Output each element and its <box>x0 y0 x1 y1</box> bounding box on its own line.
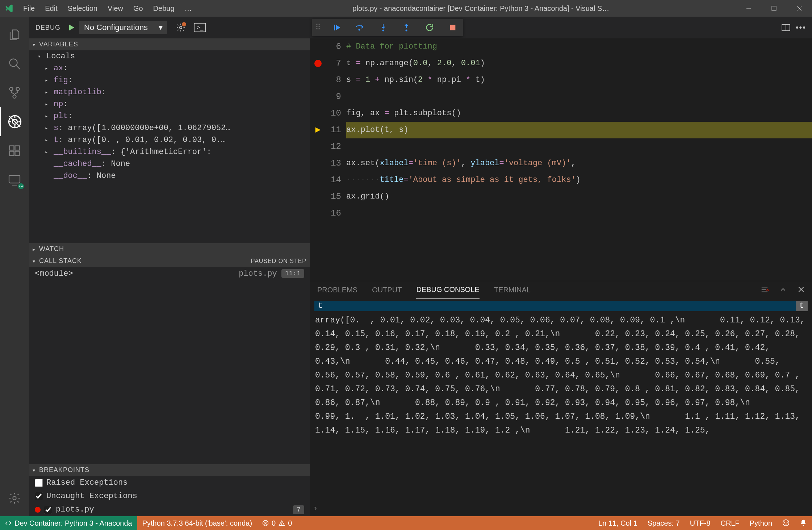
svg-rect-1 <box>772 6 776 11</box>
debug-config-label: No Configurations <box>84 23 148 32</box>
step-over-button[interactable] <box>353 19 367 36</box>
debug-console-prompt[interactable]: › <box>310 501 812 516</box>
callstack-frame[interactable]: <module> plots.py 11:1 <box>29 267 310 464</box>
menu-view[interactable]: View <box>102 0 128 17</box>
status-language-label: Python <box>750 519 772 527</box>
current-line-icon: ▶ <box>315 122 321 138</box>
maximize-button[interactable] <box>761 0 787 17</box>
svg-rect-19 <box>15 151 20 156</box>
title-bar: File Edit Selection View Go Debug … plot… <box>0 0 812 17</box>
svg-point-22 <box>13 497 16 500</box>
bp-checkbox[interactable] <box>44 506 52 514</box>
variable-row[interactable]: ▸fig: <box>29 74 310 86</box>
tab-problems[interactable]: PROBLEMS <box>317 281 357 299</box>
tab-terminal[interactable]: TERMINAL <box>494 281 531 299</box>
continue-button[interactable] <box>330 19 344 36</box>
variable-row[interactable]: ▸t: array([0. , 0.01, 0.02, 0.03, 0.… <box>29 134 310 146</box>
svg-point-44 <box>783 519 789 526</box>
editor-area: ⠿ ••• ▶ 678910111213141516 # Data for pl… <box>310 17 812 516</box>
extensions-tab[interactable] <box>0 136 29 165</box>
locals-scope[interactable]: ▾Locals <box>29 50 310 62</box>
restart-button[interactable] <box>422 19 437 36</box>
debug-console-input-echo: t t <box>314 301 808 311</box>
variables-body: ▾Locals ▸ax: ▸fig: ▸matplotlib: ▸np: ▸pl… <box>29 50 310 243</box>
bp-checkbox[interactable] <box>35 492 43 500</box>
breakpoints-section-header[interactable]: ▾BREAKPOINTS <box>29 464 310 476</box>
watch-section-header[interactable]: ▸WATCH <box>29 243 310 255</box>
editor-toolbar: ⠿ ••• <box>310 17 812 38</box>
status-python[interactable]: Python 3.7.3 64-bit ('base': conda) <box>137 516 257 530</box>
status-position[interactable]: Ln 11, Col 1 <box>593 519 643 527</box>
debug-console-toggle-icon[interactable]: >_ <box>194 23 206 32</box>
svg-rect-20 <box>9 175 20 183</box>
callstack-section-header[interactable]: ▾CALL STACK PAUSED ON STEP <box>29 255 310 267</box>
start-debug-button[interactable] <box>67 23 76 32</box>
status-problems[interactable]: 0 0 <box>257 516 297 530</box>
bp-checkbox[interactable] <box>35 479 43 487</box>
status-encoding[interactable]: UTF-8 <box>685 519 716 527</box>
status-feedback-icon[interactable] <box>777 519 795 526</box>
status-spaces[interactable]: Spaces: 7 <box>643 519 685 527</box>
svg-point-45 <box>784 522 785 522</box>
search-tab[interactable] <box>0 49 29 78</box>
drag-grip-icon[interactable]: ⠿ <box>315 23 321 32</box>
tab-output[interactable]: OUTPUT <box>372 281 402 299</box>
status-warnings: 0 <box>288 519 292 527</box>
code-editor[interactable]: ▶ 678910111213141516 # Data for plotting… <box>310 38 812 281</box>
source-control-tab[interactable] <box>0 78 29 107</box>
menu-edit[interactable]: Edit <box>40 0 62 17</box>
status-language[interactable]: Python <box>745 519 777 527</box>
svg-point-26 <box>382 30 384 32</box>
bp-uncaught-exceptions[interactable]: Uncaught Exceptions <box>29 489 310 503</box>
locals-label: Locals <box>46 52 75 61</box>
step-into-button[interactable] <box>376 19 390 36</box>
debug-console-output: array([0. , 0.01, 0.02, 0.03, 0.04, 0.05… <box>314 311 808 439</box>
settings-gear-icon[interactable] <box>0 484 29 513</box>
menu-file[interactable]: File <box>18 0 40 17</box>
bp-file[interactable]: plots.py 7 <box>29 503 310 516</box>
panel-close-button[interactable] <box>798 286 805 294</box>
variable-row[interactable]: ▸np: <box>29 98 310 110</box>
close-button[interactable] <box>787 0 812 17</box>
stop-button[interactable] <box>445 19 460 36</box>
status-remote[interactable]: Dev Container: Python 3 - Anaconda <box>0 516 137 530</box>
variable-row[interactable]: __doc__: None <box>29 170 310 182</box>
debug-config-dropdown[interactable]: No Configurations ▾ <box>79 21 167 34</box>
more-actions-button[interactable]: ••• <box>796 23 806 32</box>
minimize-button[interactable] <box>736 0 761 17</box>
panel-maximize-button[interactable] <box>779 286 787 294</box>
menu-selection[interactable]: Selection <box>63 0 102 17</box>
variables-section-header[interactable]: ▾VARIABLES <box>29 38 310 50</box>
variable-row[interactable]: ▸ax: <box>29 62 310 74</box>
debug-tab[interactable] <box>0 107 29 136</box>
breakpoint-dot-icon[interactable] <box>314 60 322 67</box>
variable-row[interactable]: ▸matplotlib: <box>29 86 310 98</box>
clear-console-button[interactable] <box>761 286 769 294</box>
variable-row[interactable]: ▸s: array([1.00000000e+00, 1.06279052… <box>29 122 310 134</box>
variable-row[interactable]: ▸__builtins__: {'ArithmeticError': <box>29 146 310 158</box>
bp-raised-exceptions[interactable]: Raised Exceptions <box>29 476 310 489</box>
status-eol[interactable]: CRLF <box>716 519 745 527</box>
callstack-title: CALL STACK <box>39 257 82 265</box>
split-editor-button[interactable] <box>781 23 791 32</box>
debug-console: t t array([0. , 0.01, 0.02, 0.03, 0.04, … <box>310 299 812 501</box>
explorer-tab[interactable] <box>0 20 29 49</box>
status-errors: 0 <box>272 519 276 527</box>
remote-explorer-tab[interactable] <box>0 165 29 194</box>
status-bell-icon[interactable] <box>795 519 812 526</box>
variables-title: VARIABLES <box>39 41 78 48</box>
menu-debug[interactable]: Debug <box>148 0 180 17</box>
step-out-button[interactable] <box>399 19 414 36</box>
variable-row[interactable]: __cached__: None <box>29 158 310 170</box>
svg-point-23 <box>180 26 182 29</box>
window-title: plots.py - anacondacontainer [Dev Contai… <box>197 4 736 13</box>
bp-label: Raised Exceptions <box>46 478 127 487</box>
menu-go[interactable]: Go <box>128 0 148 17</box>
status-bar: Dev Container: Python 3 - Anaconda Pytho… <box>0 516 812 530</box>
tab-debug-console[interactable]: DEBUG CONSOLE <box>416 281 479 299</box>
debug-settings-button[interactable] <box>176 23 185 32</box>
bp-label: plots.py <box>56 505 94 514</box>
menu-more[interactable]: … <box>180 0 197 17</box>
bp-line-number: 7 <box>293 505 304 514</box>
variable-row[interactable]: ▸plt: <box>29 110 310 122</box>
